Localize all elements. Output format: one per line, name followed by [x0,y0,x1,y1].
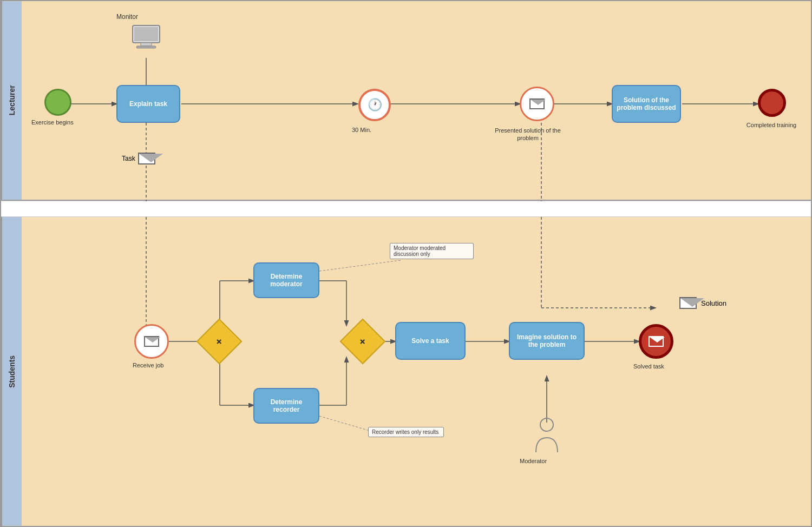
solution-annotation: Solution [679,297,726,309]
determine-recorder-task[interactable]: Determine recorder [253,388,319,424]
task-envelope-icon [138,153,155,164]
lane-lecturer: Lecturer [1,1,811,201]
monitor-icon [127,22,165,54]
explain-task[interactable]: Explain task [116,85,180,123]
presented-solution-label: Presented solution of the problem [493,127,563,142]
lane-content-students: Receive job + Determine moderator Determ… [22,217,811,526]
task-label-text: Task [122,155,135,162]
lane-label-lecturer: Lecturer [1,1,22,200]
determine-moderator-task[interactable]: Determine moderator [253,262,319,298]
solved-envelope-icon [649,336,664,347]
timer-event: 🕐 [357,88,392,122]
solution-discussed-task[interactable]: Solution of the problem discussed [612,85,681,123]
svg-point-31 [540,418,553,431]
moderator-note-box: Moderator moderated discussion only [390,243,474,259]
end-event [758,89,786,117]
solved-task-label: Solved task [633,363,664,370]
solution-envelope-icon [679,297,697,309]
timer-label: 30 Min. [352,127,371,133]
arrows-students [22,217,811,526]
solve-task[interactable]: Solve a task [395,322,466,360]
lane-students: Students [1,217,811,526]
svg-rect-12 [136,46,156,48]
diagram-container: Lecturer [0,0,812,527]
moderator-person [528,414,566,458]
solved-task-event [639,324,673,359]
end-label: Completed training [744,121,798,129]
lane-content-lecturer: Monitor Exercise begins Explain task Tas… [22,1,811,200]
svg-rect-11 [141,43,152,46]
svg-rect-10 [134,27,158,41]
receive-envelope-icon [144,336,159,347]
clock-icon: 🕐 [368,98,382,112]
moderator-label: Moderator [520,458,547,464]
gateway2: + [344,325,382,358]
imagine-solution-task[interactable]: Imagine solution to the problem [509,322,585,360]
presented-solution-event [520,87,554,121]
start-label: Exercise begins [31,119,74,126]
monitor-label: Monitor [116,13,138,21]
receive-job-label: Receive job [133,362,163,368]
start-event [44,89,71,116]
recorder-note-box: Recorder writes only results [368,427,444,437]
gateway1: + [200,325,238,358]
lane-gap [1,201,811,217]
receive-job-event [134,324,169,359]
task-annotation: Task [122,153,155,164]
clock-shape: 🕐 [358,89,391,121]
envelope-inner-icon [529,98,545,109]
lane-label-students: Students [1,217,22,526]
solution-label-text: Solution [701,299,726,307]
svg-line-29 [319,260,401,271]
